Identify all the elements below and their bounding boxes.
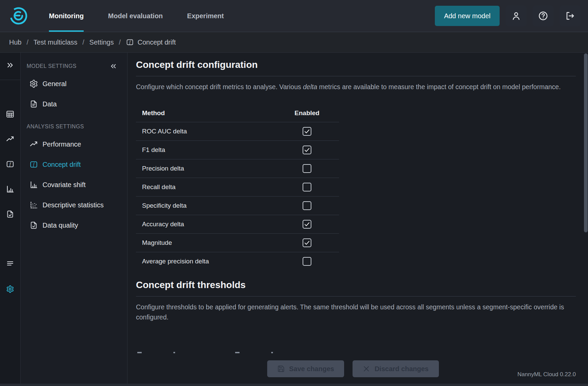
horizontal-scrollbar-track[interactable] (0, 384, 588, 386)
breadcrumb-separator: / (119, 38, 121, 46)
method-label: Accuracy delta (136, 221, 275, 228)
method-label: ROC AUC delta (136, 128, 275, 135)
rail-data-quality-button[interactable] (4, 208, 16, 220)
table-row: Accuracy delta (136, 215, 339, 233)
column-header-enabled: Enabled (275, 109, 339, 117)
check-icon (304, 221, 310, 228)
settings-sidebar: MODEL SETTINGS General (21, 53, 128, 386)
rail-covariate-shift-button[interactable] (4, 183, 16, 195)
content-area: f (0, 53, 588, 386)
rail-menu-button[interactable] (4, 258, 16, 269)
help-button[interactable] (533, 5, 554, 26)
methods-table: Method Enabled ROC AUC delta F1 delta (136, 104, 339, 271)
breadcrumb-separator: / (82, 38, 84, 46)
tab-model-evaluation[interactable]: Model evaluation (108, 0, 163, 32)
chevrons-left-icon (110, 62, 117, 70)
thresholds-title: Concept drift thresholds (136, 279, 576, 291)
sidebar-item-descriptive-statistics[interactable]: Descriptive statistics (21, 195, 127, 215)
method-label: Magnitude (136, 239, 275, 247)
trend-up-icon (6, 135, 15, 144)
clipped-content-fragment (173, 352, 175, 353)
bar-chart-icon (6, 185, 15, 194)
expand-sidebar-button[interactable] (4, 59, 16, 71)
model-settings-list: General Data (21, 74, 127, 114)
function-icon: f (126, 38, 134, 46)
tab-experiment[interactable]: Experiment (187, 0, 224, 32)
svg-text:f: f (129, 40, 131, 45)
logout-button[interactable] (560, 5, 581, 26)
save-icon (277, 365, 285, 372)
close-icon (363, 365, 370, 372)
table-row: Precision delta (136, 159, 339, 178)
sidebar-item-concept-drift[interactable]: f Concept drift (21, 154, 127, 175)
svg-text:f: f (33, 162, 35, 167)
breadcrumb-model[interactable]: Test multiclass (33, 38, 77, 46)
nannyml-logo-icon[interactable] (9, 6, 28, 25)
breadcrumb-current-page: f Concept drift (126, 38, 176, 46)
checkbox-accuracy-delta[interactable] (303, 220, 311, 229)
sidebar-item-data-quality[interactable]: Data quality (21, 215, 127, 235)
sidebar-item-performance[interactable]: Performance (21, 134, 127, 154)
clipped-content-fragment (137, 352, 142, 353)
method-label: F1 delta (136, 146, 275, 154)
svg-text:f: f (9, 162, 11, 167)
menu-icon (6, 259, 14, 267)
rail-concept-drift-button[interactable]: f (4, 158, 16, 170)
document-icon (29, 100, 38, 108)
thresholds-divider (136, 296, 576, 297)
checkbox-precision-delta[interactable] (303, 164, 311, 173)
analysis-settings-list: Performance f Concept drift (21, 134, 127, 235)
check-icon (304, 128, 310, 135)
checkbox-specificity-delta[interactable] (303, 201, 311, 210)
breadcrumb-separator: / (27, 38, 29, 46)
scatter-plot-icon (29, 201, 38, 209)
table-row: Magnitude (136, 233, 339, 252)
rail-table-grid-button[interactable] (4, 108, 16, 120)
method-label: Precision delta (136, 165, 275, 172)
function-icon: f (6, 160, 15, 169)
rail-settings-button[interactable] (4, 283, 16, 295)
app-version-label: NannyML Cloud 0.22.0 (517, 371, 576, 379)
gear-icon (29, 79, 38, 88)
table-row: Specificity delta (136, 196, 339, 215)
document-check-icon (29, 221, 38, 230)
column-header-method: Method (136, 109, 275, 117)
checkbox-f1-delta[interactable] (303, 146, 311, 154)
table-header-row: Method Enabled (136, 104, 339, 122)
check-icon (304, 147, 310, 153)
sidebar-section-analysis-settings: ANALYSIS SETTINGS (21, 122, 127, 131)
checkbox-average-precision-delta[interactable] (303, 257, 311, 266)
sidebar-item-general[interactable]: General (21, 74, 127, 94)
breadcrumb: Hub / Test multiclass / Settings / f Con… (0, 32, 588, 53)
tab-monitoring[interactable]: Monitoring (49, 0, 84, 32)
rail-divider (0, 80, 21, 80)
discard-changes-button[interactable]: Discard changes (353, 360, 439, 377)
topbar-actions: Add new model (435, 0, 588, 32)
settings-gear-icon (6, 285, 14, 293)
collapse-sidebar-button[interactable] (110, 62, 117, 70)
checkbox-recall-delta[interactable] (303, 183, 311, 191)
document-check-icon (6, 210, 15, 218)
save-changes-button[interactable]: Save changes (267, 360, 344, 377)
thresholds-description: Configure thresholds to be applied for g… (136, 302, 576, 323)
vertical-scrollbar[interactable] (584, 53, 588, 232)
method-label: Specificity delta (136, 202, 275, 209)
checkbox-magnitude[interactable] (303, 238, 311, 247)
checkbox-roc-auc-delta[interactable] (303, 127, 311, 136)
breadcrumb-settings[interactable]: Settings (89, 38, 114, 46)
rail-performance-button[interactable] (4, 133, 16, 145)
user-account-button[interactable] (506, 5, 527, 26)
add-new-model-button[interactable]: Add new model (435, 6, 500, 26)
breadcrumb-hub[interactable]: Hub (9, 38, 22, 46)
table-row: F1 delta (136, 140, 339, 159)
function-icon: f (29, 160, 38, 169)
sidebar-item-data[interactable]: Data (21, 94, 127, 114)
bar-chart-icon (29, 180, 38, 189)
config-description: Configure which concept drift metrics to… (136, 82, 576, 92)
table-row: Recall delta (136, 178, 339, 196)
sidebar-item-covariate-shift[interactable]: Covariate shift (21, 175, 127, 195)
main-nav-tabs: Monitoring Model evaluation Experiment (49, 0, 224, 32)
table-row: ROC AUC delta (136, 122, 339, 140)
help-icon (538, 11, 548, 21)
top-bar: Monitoring Model evaluation Experiment A… (0, 0, 588, 32)
